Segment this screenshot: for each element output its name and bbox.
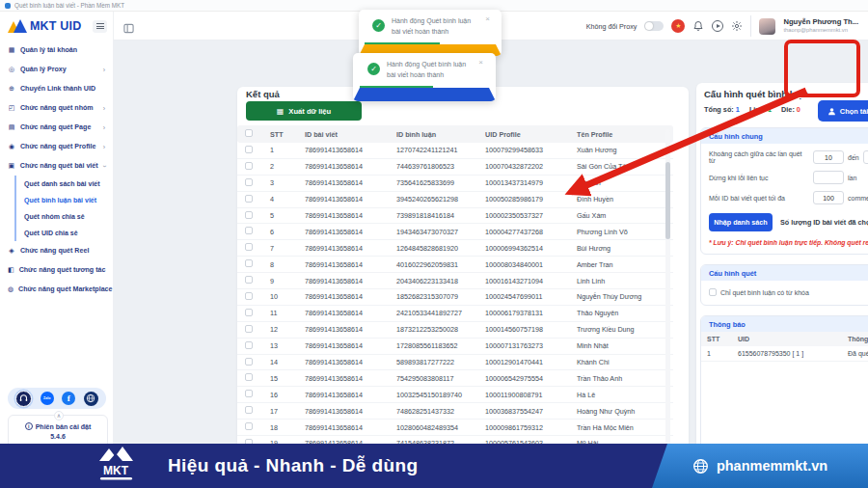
table-header: STT ID bài viết ID bình luận UID Profile… bbox=[237, 125, 673, 143]
sidebar-item-proxy[interactable]: ◎ Quản lý Proxy › bbox=[0, 60, 113, 79]
max-comments-input[interactable] bbox=[813, 191, 844, 204]
submenu-item-scan-post-comments[interactable]: Quét bình luận bài viết bbox=[16, 192, 113, 208]
cell-comment-id: 1264845828681920 bbox=[396, 244, 485, 253]
cell-comment-id: 1943463473070327 bbox=[396, 228, 485, 236]
cell-stt: 17 bbox=[270, 407, 305, 416]
facebook-icon[interactable]: f bbox=[62, 392, 75, 405]
bell-icon[interactable] bbox=[692, 20, 704, 32]
interval-from-input[interactable] bbox=[813, 150, 844, 164]
scan-post-submenu: Quét danh sách bài viết Quét bình luận b… bbox=[14, 176, 113, 241]
cell-post-id: 786991413658614 bbox=[305, 195, 396, 203]
stop-error-input[interactable] bbox=[813, 171, 844, 184]
avatar[interactable] bbox=[759, 18, 775, 35]
cell-profile-name: Trương Kiều Dung bbox=[577, 325, 667, 334]
cell-post-id: 786991413658614 bbox=[305, 228, 396, 236]
cell-uid-profile: 100014560757198 bbox=[485, 325, 577, 334]
sidebar-collapse-button[interactable] bbox=[93, 20, 107, 33]
row-checkbox[interactable] bbox=[245, 227, 253, 234]
notifications-header[interactable]: Thông báo ∧ bbox=[701, 316, 868, 332]
cell-uid-profile: 100013437314979 bbox=[485, 178, 577, 187]
row-checkbox[interactable] bbox=[245, 422, 253, 430]
svg-text:MKT: MKT bbox=[103, 464, 129, 477]
cell-uid-profile: 100004277437268 bbox=[485, 228, 577, 236]
row-checkbox[interactable] bbox=[245, 259, 253, 267]
cell-comment-id: 1028060482489354 bbox=[396, 423, 485, 432]
tutorial-play-icon[interactable] bbox=[712, 20, 723, 32]
cell-post-id: 786991413658614 bbox=[305, 178, 396, 187]
submenu-item-scan-post-list[interactable]: Quét danh sách bài viết bbox=[16, 176, 113, 192]
reel-icon: ◈ bbox=[8, 247, 15, 255]
general-config-section: Cấu hình chung ∧ Khoảng cách giữa các lầ… bbox=[700, 127, 868, 255]
caret-up-icon[interactable]: ∧ bbox=[54, 411, 64, 420]
footer-website[interactable]: phanmemmkt.vn bbox=[652, 444, 868, 488]
submenu-item-scan-shared-groups[interactable]: Quét nhóm chia sẻ bbox=[16, 208, 113, 225]
zalo-icon[interactable]: Zalo bbox=[41, 392, 54, 405]
row-checkbox[interactable] bbox=[245, 309, 253, 316]
sidebar-item-scan-post[interactable]: ▣ Chức năng quét bài viết › bbox=[0, 156, 113, 176]
cell-post-id: 786991413658614 bbox=[305, 309, 396, 317]
cell-comment-id: 589893817277222 bbox=[396, 358, 485, 366]
row-checkbox[interactable] bbox=[245, 325, 253, 333]
table-row: 3 786991413658614 735641625833699 100013… bbox=[237, 176, 673, 192]
row-checkbox[interactable] bbox=[245, 292, 253, 300]
gear-icon[interactable] bbox=[731, 20, 743, 32]
row-checkbox[interactable] bbox=[245, 390, 253, 397]
table-row: 2 786991413658614 744639761806523 100070… bbox=[237, 159, 673, 176]
row-checkbox[interactable] bbox=[245, 358, 253, 366]
general-config-header[interactable]: Cấu hình chung ∧ bbox=[701, 128, 868, 144]
row-checkbox[interactable] bbox=[245, 195, 253, 203]
scan-config-header[interactable]: Cấu hình quét ∧ bbox=[701, 265, 868, 281]
table-vertical-scrollbar[interactable] bbox=[665, 129, 670, 467]
row-checkbox[interactable] bbox=[245, 243, 253, 251]
submenu-item-scan-shared-uid[interactable]: Quét UID chia sẻ bbox=[16, 225, 113, 241]
sidebar-item-scan-marketplace[interactable]: ◍ Chức năng quét Marketplace bbox=[0, 280, 113, 299]
chevron-right-icon: › bbox=[103, 67, 105, 73]
table-row: 14 786991413658614 589893817277222 10001… bbox=[237, 355, 673, 371]
sidebar-item-scan-group[interactable]: ◰ Chức năng quét nhóm › bbox=[0, 98, 113, 118]
row-checkbox[interactable] bbox=[245, 341, 253, 349]
cell-post-id: 786991413658614 bbox=[305, 146, 396, 154]
cell-profile-name: Khánh Chi bbox=[577, 358, 667, 366]
sidebar-item-link-to-uid[interactable]: ⊕ Chuyển Link thành UID bbox=[0, 79, 113, 98]
sidebar-item-accounts[interactable]: ▦ Quản lý tài khoản bbox=[0, 41, 113, 60]
panel-toggle-icon[interactable] bbox=[123, 20, 134, 38]
keyword-checkbox[interactable] bbox=[709, 288, 717, 296]
row-checkbox[interactable] bbox=[245, 373, 253, 381]
globe-icon[interactable] bbox=[84, 392, 98, 406]
toast-close-icon[interactable]: × bbox=[485, 14, 490, 25]
proxy-toggle[interactable] bbox=[644, 21, 664, 31]
sidebar-item-scan-page[interactable]: ▤ Chức năng quét Page › bbox=[0, 118, 113, 137]
row-checkbox[interactable] bbox=[245, 406, 253, 414]
group-icon: ◰ bbox=[8, 104, 15, 112]
cell-uid-profile: 100012901470441 bbox=[485, 358, 577, 366]
row-checkbox[interactable] bbox=[245, 162, 253, 170]
cell-post-id: 786991413658614 bbox=[305, 341, 396, 350]
support-headset-icon[interactable] bbox=[15, 391, 32, 407]
row-checkbox[interactable] bbox=[245, 178, 253, 186]
row-checkbox[interactable] bbox=[245, 211, 253, 219]
row-checkbox[interactable] bbox=[245, 276, 253, 284]
results-panel: Kết quả ▦ Xuất dữ liệu STT ID bài viết I… bbox=[237, 87, 689, 480]
sidebar-item-scan-interactions[interactable]: ◧ Chức năng quét tương tác bbox=[0, 260, 113, 280]
cell-post-id: 786991413658614 bbox=[305, 358, 396, 366]
interval-label: Khoảng cách giữa các lần quét từ bbox=[709, 150, 809, 164]
cell-stt: 11 bbox=[270, 309, 305, 317]
column-profile-name: Tên Profile bbox=[577, 130, 667, 139]
table-row: 17 786991413658614 748628251437332 10003… bbox=[237, 403, 673, 420]
cell-stt: 1 bbox=[270, 146, 305, 154]
choose-account-button[interactable]: Chọn tài khoản bbox=[818, 100, 868, 122]
toast-close-icon[interactable]: × bbox=[478, 57, 483, 68]
sidebar-item-scan-reel[interactable]: ◈ Chức năng quét Reel bbox=[0, 241, 113, 260]
vietnam-flag-icon[interactable]: ★ bbox=[671, 19, 685, 33]
table-row: 13 786991413658614 1728085561183652 1000… bbox=[237, 339, 673, 355]
table-row: 12 786991413658614 1873212253250028 1000… bbox=[237, 322, 673, 339]
interval-to-input[interactable] bbox=[863, 150, 868, 164]
sidebar: MKT UID ▦ Quản lý tài khoản ◎ Quản lý Pr… bbox=[0, 12, 114, 444]
export-button[interactable]: ▦ Xuất dữ liệu bbox=[246, 101, 362, 121]
row-checkbox[interactable] bbox=[245, 146, 253, 153]
select-all-checkbox[interactable] bbox=[245, 129, 253, 137]
user-block[interactable]: Nguyễn Phương Th... thaonp@phanmemmkt.vn bbox=[783, 17, 858, 34]
proxy-icon: ◎ bbox=[8, 66, 15, 73]
sidebar-item-scan-profile[interactable]: ◉ Chức năng quét Profile › bbox=[0, 137, 113, 156]
import-list-button[interactable]: Nhập danh sách bbox=[709, 213, 773, 231]
